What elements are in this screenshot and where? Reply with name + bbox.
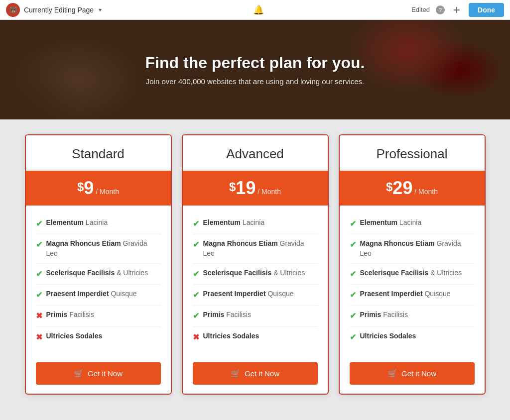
plan-card-standard: Standard $9 / Month ✔Elementum Lacinia✔M… [25, 134, 172, 395]
plan-features-0: ✔Elementum Lacinia✔Magna Rhoncus Etiam G… [26, 206, 171, 355]
feature-text: Elementum Lacinia [46, 218, 108, 228]
cart-icon: 🛒 [74, 369, 84, 378]
price-period-2: / Month [412, 188, 438, 196]
plan-name-2: Professional [350, 146, 475, 162]
feature-normal: Lacinia [84, 218, 108, 226]
plan-name-1: Advanced [193, 146, 318, 162]
feature-bold: Primis [360, 311, 382, 318]
feature-bold: Primis [46, 311, 68, 318]
chevron-down-icon[interactable]: ▾ [99, 6, 102, 13]
plan-price-0: $9 / Month [26, 171, 171, 206]
hero-section: Find the perfect plan for you. Join over… [0, 20, 510, 119]
plan-features-1: ✔Elementum Lacinia✔Magna Rhoncus Etiam G… [183, 206, 328, 355]
check-icon: ✔ [350, 311, 356, 321]
plan-footer-0: 🛒Get it Now [26, 355, 171, 394]
feature-bold: Elementum [360, 218, 397, 226]
price-dollar-2: $ [386, 180, 392, 194]
check-icon: ✔ [350, 218, 356, 229]
list-item: ✔Magna Rhoncus Etiam Gravida Leo [350, 234, 475, 263]
feature-bold: Praesent Imperdiet [203, 290, 266, 298]
x-icon: ✖ [193, 332, 199, 343]
list-item: ✔Elementum Lacinia [350, 213, 475, 234]
feature-normal: Facilisis [381, 311, 408, 318]
price-period-1: / Month [255, 188, 281, 196]
feature-text: Magna Rhoncus Etiam Gravida Leo [46, 239, 161, 258]
feature-text: Primis Facilisis [203, 310, 251, 320]
check-icon: ✔ [36, 290, 42, 301]
list-item: ✔Scelerisque Facilisis & Ultricies [36, 264, 161, 285]
plan-price-2: $29 / Month [340, 171, 485, 206]
feature-bold: Ultricies Sodales [46, 332, 103, 340]
add-button[interactable]: + [449, 2, 465, 18]
feature-normal: Quisque [266, 290, 294, 298]
plan-name-0: Standard [36, 146, 161, 162]
feature-text: Praesent Imperdiet Quisque [46, 289, 137, 299]
feature-normal: & Ultricies [271, 269, 305, 277]
plan-header-2: Professional [340, 135, 485, 171]
check-icon: ✔ [193, 311, 199, 321]
plan-price-1: $19 / Month [183, 171, 328, 206]
get-it-now-button-1[interactable]: 🛒Get it Now [193, 362, 318, 385]
x-icon: ✖ [36, 332, 42, 343]
feature-bold: Ultricies Sodales [203, 332, 259, 340]
feature-text: Ultricies Sodales [360, 331, 416, 341]
check-icon: ✔ [193, 269, 199, 280]
feature-text: Elementum Lacinia [360, 218, 422, 228]
get-it-now-button-2[interactable]: 🛒Get it Now [350, 362, 475, 385]
feature-text: Elementum Lacinia [203, 218, 265, 228]
page-title: Currently Editing Page [24, 6, 94, 14]
plan-header-0: Standard [26, 135, 171, 171]
list-item: ✖Ultricies Sodales [36, 327, 161, 347]
feature-normal: Facilisis [67, 311, 94, 318]
list-item: ✔Elementum Lacinia [36, 213, 161, 234]
app-logo: 🐻 [6, 3, 20, 17]
feature-normal: Quisque [109, 290, 137, 298]
feature-normal: Quisque [423, 290, 451, 298]
hero-heading: Find the perfect plan for you. [145, 54, 365, 72]
plan-features-2: ✔Elementum Lacinia✔Magna Rhoncus Etiam G… [340, 206, 485, 355]
plan-card-advanced: Advanced $19 / Month ✔Elementum Lacinia✔… [182, 134, 329, 395]
plan-card-professional: Professional $29 / Month ✔Elementum Laci… [339, 134, 486, 395]
list-item: ✔Scelerisque Facilisis & Ultricies [350, 264, 475, 285]
feature-bold: Primis [203, 311, 225, 318]
check-icon: ✔ [350, 290, 356, 301]
list-item: ✔Magna Rhoncus Etiam Gravida Leo [193, 234, 318, 263]
pricing-section: Standard $9 / Month ✔Elementum Lacinia✔M… [0, 119, 510, 410]
check-icon: ✔ [36, 239, 42, 250]
button-label-2: Get it Now [401, 369, 436, 378]
get-it-now-button-0[interactable]: 🛒Get it Now [36, 362, 161, 385]
notification-bell-icon[interactable]: 🔔 [253, 4, 264, 15]
price-period-0: / Month [94, 188, 119, 196]
list-item: ✖Primis Facilisis [36, 306, 161, 326]
feature-text: Scelerisque Facilisis & Ultricies [46, 268, 148, 278]
topbar: 🐻 Currently Editing Page ▾ 🔔 Edited ? + … [0, 0, 510, 20]
feature-bold: Praesent Imperdiet [46, 290, 109, 298]
button-label-1: Get it Now [245, 369, 279, 378]
price-amount-2: 29 [392, 178, 412, 198]
list-item: ✔Magna Rhoncus Etiam Gravida Leo [36, 234, 161, 263]
feature-bold: Ultricies Sodales [360, 332, 416, 340]
check-icon: ✔ [36, 218, 42, 229]
feature-text: Praesent Imperdiet Quisque [360, 289, 451, 299]
check-icon: ✔ [36, 269, 42, 280]
feature-text: Ultricies Sodales [203, 331, 259, 341]
x-icon: ✖ [36, 311, 42, 321]
cart-icon: 🛒 [231, 369, 241, 378]
feature-normal: & Ultricies [115, 269, 148, 277]
feature-bold: Magna Rhoncus Etiam [46, 239, 121, 247]
feature-text: Praesent Imperdiet Quisque [203, 289, 294, 299]
hero-subheading: Join over 400,000 websites that are usin… [145, 77, 365, 86]
done-button[interactable]: Done [469, 3, 504, 17]
list-item: ✔Elementum Lacinia [193, 213, 318, 234]
list-item: ✔Scelerisque Facilisis & Ultricies [193, 264, 318, 285]
plan-footer-2: 🛒Get it Now [340, 355, 485, 394]
list-item: ✔Praesent Imperdiet Quisque [193, 285, 318, 306]
check-icon: ✔ [193, 218, 199, 229]
list-item: ✔Praesent Imperdiet Quisque [350, 285, 475, 306]
feature-text: Scelerisque Facilisis & Ultricies [203, 268, 305, 278]
price-dollar-1: $ [229, 180, 236, 194]
cart-icon: 🛒 [387, 369, 397, 378]
help-icon[interactable]: ? [436, 5, 445, 14]
feature-text: Magna Rhoncus Etiam Gravida Leo [203, 239, 318, 258]
feature-bold: Praesent Imperdiet [360, 290, 423, 298]
